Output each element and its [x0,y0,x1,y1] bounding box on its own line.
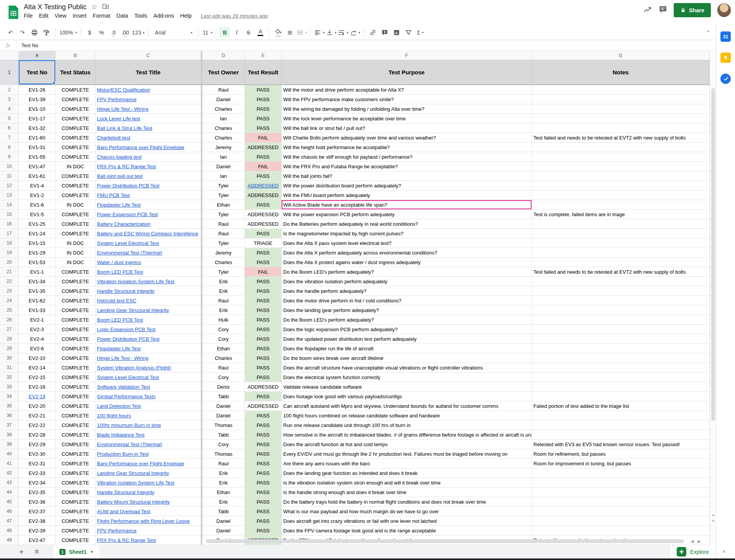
cell-B16[interactable]: COMPLETE [56,219,95,229]
cell-A36[interactable]: EV2-21 [19,411,56,420]
cell-E26[interactable]: PASS [245,315,282,325]
cell-E20[interactable]: PASS [245,258,282,267]
show-side-panel-icon[interactable]: › [723,547,725,555]
cell-B24[interactable]: COMPLETE [56,296,95,305]
cell-E42[interactable]: PASS [245,468,282,478]
scroll-right-icon[interactable]: ▶ [697,539,701,544]
cell-D46[interactable]: Tabb [202,507,245,516]
row-header-29[interactable]: 29 [0,344,19,353]
row-header-28[interactable]: 28 [0,334,19,344]
cell-C31[interactable]: System Vibration Analysis (Flight) [95,363,202,373]
menu-data[interactable]: Data [113,11,131,20]
cell-E38[interactable]: PASS [245,430,282,440]
row-header-25[interactable]: 25 [0,305,19,315]
cell-A35[interactable]: EV2-20 [19,401,56,411]
cell-B47[interactable]: COMPLETE [56,516,95,526]
cell-B17[interactable]: COMPLETE [56,229,95,238]
cell-B3[interactable]: COMPLETE [56,95,95,104]
cell-C27[interactable]: Logic Expansion PCB Test [95,325,202,334]
cell-G34[interactable] [532,392,710,401]
cell-A46[interactable]: EV2-37 [19,507,56,516]
menu-file[interactable]: File [21,11,36,20]
cell-A9[interactable]: EV1-55 [19,152,56,162]
cell-D34[interactable]: Tabb [202,392,245,401]
cell-B38[interactable]: COMPLETE [56,430,95,440]
cell-F19[interactable]: Does the Alta X perform adequately acros… [282,248,532,258]
cell-C33[interactable]: Software Validation Test [95,382,202,392]
cell-B37[interactable]: COMPLETE [56,420,95,430]
column-header-E[interactable]: E [245,51,282,60]
menu-addons[interactable]: Add-ons [150,11,177,20]
cell-C40[interactable]: Production Burn-in Test [95,449,202,459]
cell-D2[interactable]: Raul [202,85,245,95]
cell-B27[interactable]: COMPLETE [56,325,95,334]
horizontal-scrollbar-thumb[interactable] [206,539,684,543]
cell-link[interactable]: Ball Link & Strut Life Test [97,125,152,131]
cell-C1[interactable]: Test Title [95,60,202,85]
cell-E6[interactable]: PASS [245,123,282,133]
cell-C9[interactable]: Chassis loading test [95,152,202,162]
cell-link[interactable]: Battery Characterization [97,221,150,227]
row-header-42[interactable]: 42 [0,468,19,478]
row-header-48[interactable]: 48 [0,526,19,535]
cell-link[interactable]: Logic Expansion PCB Test [97,327,156,332]
cell-link[interactable]: Hot/cold test ESC [97,298,136,304]
cell-D7[interactable]: Charles [202,133,245,143]
cell-D28[interactable]: Cory [202,334,245,344]
cell-F5[interactable]: Will the lock lever performance be accep… [282,114,532,123]
cell-D27[interactable]: Cory [202,325,245,334]
cell-F42[interactable]: Does the landing gear function as intend… [282,468,532,478]
cell-D36[interactable]: Daniel [202,411,245,420]
cell-E37[interactable]: PASS [245,420,282,430]
cell-D30[interactable]: Charles [202,353,245,363]
cell-F46[interactable]: What is our max payload and how much mar… [282,507,532,516]
cell-C8[interactable]: Baro Performance over Flight Envelope [95,143,202,152]
cell-D44[interactable]: Ethan [202,488,245,497]
cell-A45[interactable]: EV2-36 [19,497,56,507]
scroll-left-icon[interactable]: ◀ [691,539,694,544]
column-header-D[interactable]: D [202,51,245,60]
cell-D23[interactable]: Erik [202,286,245,296]
cell-D14[interactable]: Ethan [202,200,245,210]
cell-E19[interactable]: PASS [245,248,282,258]
cell-link[interactable]: Environmental Test (Thermal) [97,442,162,447]
cell-link[interactable]: Motor/ESC Qualification [97,87,150,93]
cell-E13[interactable]: ADDRESSED [245,190,282,200]
cell-F20[interactable]: Does the Alta X protect agains water / d… [282,258,532,267]
tasks-icon[interactable] [720,74,731,84]
cell-C42[interactable]: Landing Gear Structural Integrity [95,468,202,478]
cell-D41[interactable]: Raul [202,459,245,468]
cell-A22[interactable]: EV1-34 [19,277,56,286]
cell-E31[interactable]: PASS [245,363,282,373]
cell-F38[interactable]: How senstive is the aircraft to imbalanc… [282,430,532,440]
vertical-align-button[interactable]: ▾ [326,27,336,38]
cell-B20[interactable]: IN DOC [56,258,95,267]
cell-E23[interactable]: PASS [245,286,282,296]
cell-F14[interactable]: Will Active Blade have an acceptable lif… [282,200,532,210]
cell-A25[interactable]: EV1-33 [19,305,56,315]
cell-C14[interactable]: Flopdapter Life Test [95,200,202,210]
cell-link[interactable]: Landing Gear Structural Integrity [97,470,169,476]
cell-G17[interactable] [532,229,710,238]
cell-B48[interactable]: COMPLETE [56,526,95,535]
borders-button[interactable]: ⊞ [285,27,295,38]
cell-A39[interactable]: EV2-29 [19,440,56,449]
cell-link[interactable]: Flight Performance with Ring Lever Loose [97,518,190,524]
row-header-32[interactable]: 32 [0,373,19,382]
cell-B5[interactable]: COMPLETE [56,114,95,123]
cell-B22[interactable]: COMPLETE [56,277,95,286]
cell-E46[interactable]: PASS [245,507,282,516]
cell-G33[interactable] [532,382,710,392]
cell-C10[interactable]: FRX Pro & RC Range Test [95,162,202,171]
cell-F11[interactable]: Will the ball joints fail? [282,171,532,181]
cell-B34[interactable]: COMPLETE [56,392,95,401]
cell-F39[interactable]: Does the aircraft function at hot and co… [282,440,532,449]
cell-B46[interactable]: COMPLETE [56,507,95,516]
cell-E43[interactable]: PASS [245,478,282,488]
cell-D37[interactable]: Thomas [202,420,245,430]
row-header-21[interactable]: 21 [0,267,19,277]
document-title[interactable]: Alta X Testing Public [24,3,87,11]
insert-link-button[interactable] [368,27,378,38]
row-header-40[interactable]: 40 [0,449,19,459]
cell-link[interactable]: Chassis loading test [97,154,141,160]
